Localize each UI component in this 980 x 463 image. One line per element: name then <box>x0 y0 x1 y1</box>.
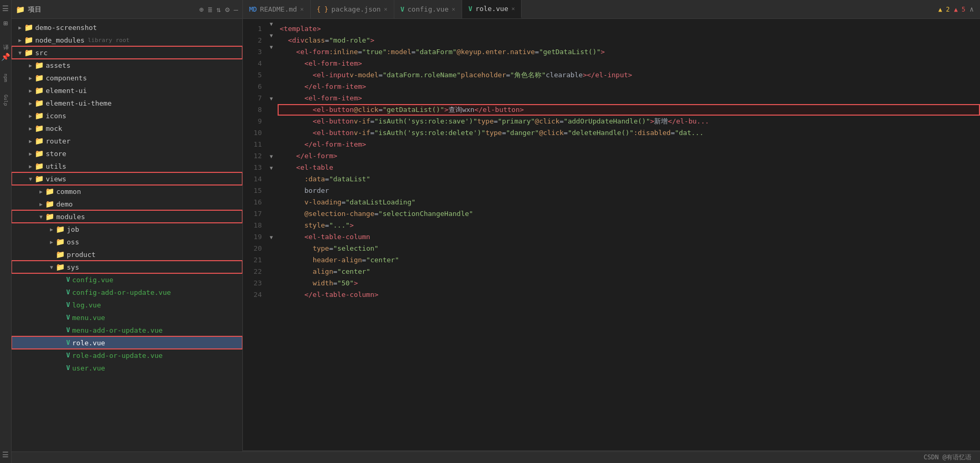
tree-label: role.vue <box>72 339 105 347</box>
tree-label: utils <box>46 162 66 170</box>
code-content[interactable]: <template> <div class="mod-role"> <el-fo… <box>278 19 980 450</box>
vue-icon: V <box>66 364 70 372</box>
tree-label: role-add-or-update.vue <box>72 352 162 359</box>
arrow-spacer <box>58 275 66 284</box>
file-tree-panel: 📁 项目 ⊕ ≣ ⇅ ⚙ — ▶ 📁 demo-screenshot ▶ 📁 n… <box>12 0 243 463</box>
tab-close-config[interactable]: ✕ <box>452 6 455 13</box>
folder-icon: 📁 <box>24 48 33 57</box>
tree-item-element-ui-theme[interactable]: ▶ 📁 element-ui-theme <box>12 97 242 109</box>
tree-label: demo-screenshot <box>35 24 97 32</box>
gutter-arrow-1[interactable]: ▼ <box>270 21 273 27</box>
tree-item-job[interactable]: ▶ 📁 job <box>12 223 242 235</box>
code-line-8: <el-button @click="getDataList()">查询wxn<… <box>278 104 980 116</box>
left-icon-pin[interactable]: 📌 <box>1 53 10 61</box>
line-numbers: 1 2 3 4 5 6 7 8 9 10 11 12 13 14 15 16 1… <box>243 19 268 450</box>
tab-close-readme[interactable]: ✕ <box>300 6 304 13</box>
folder-icon: 📁 <box>56 225 65 233</box>
tree-action-list[interactable]: ≣ <box>208 5 212 14</box>
tree-item-config-add-or-update-vue[interactable]: V config-add-or-update.vue <box>12 286 242 299</box>
status-bar: CSDN @有语忆语 <box>12 451 980 463</box>
left-icon-npm[interactable]: npm <box>3 74 8 82</box>
tree-item-role-add-or-update-vue[interactable]: V role-add-or-update.vue <box>12 349 242 362</box>
code-editor: 1 2 3 4 5 6 7 8 9 10 11 12 13 14 15 16 1… <box>243 19 980 450</box>
tree-label: mock <box>46 125 62 132</box>
tab-label: README.md <box>260 5 297 13</box>
gutter-arrow-3[interactable]: ▼ <box>270 44 273 50</box>
tree-item-store[interactable]: ▶ 📁 store <box>12 147 242 160</box>
tree-action-globe[interactable]: ⊕ <box>199 5 203 14</box>
arrow-spacer <box>58 326 66 334</box>
gutter-arrow-7[interactable]: ▼ <box>270 96 273 101</box>
gutter-arrow-2[interactable]: ▼ <box>270 33 273 38</box>
tree-item-components[interactable]: ▶ 📁 components <box>12 71 242 84</box>
tree-item-log-vue[interactable]: V log.vue <box>12 299 242 311</box>
tree-label: element-ui-theme <box>46 99 111 107</box>
vue-icon: V <box>66 339 70 346</box>
tree-item-oss[interactable]: ▶ 📁 oss <box>12 235 242 248</box>
arrow-icon: ▼ <box>16 48 24 57</box>
vue-icon: V <box>66 289 70 296</box>
arrow-icon: ▶ <box>26 99 35 107</box>
gutter-arrow-12[interactable]: ▼ <box>270 153 273 159</box>
tree-label: src <box>35 49 47 57</box>
tree-item-menu-vue[interactable]: V menu.vue <box>12 311 242 324</box>
left-icon-menu[interactable]: ☰ <box>2 4 9 13</box>
tree-item-utils[interactable]: ▶ 📁 utils <box>12 160 242 172</box>
code-gutter: ▼ ▼ ▼ ▼ ▼ ▼ ▼ <box>268 19 278 450</box>
tree-header-icon: 📁 <box>16 5 25 14</box>
tree-item-common[interactable]: ▶ 📁 common <box>12 185 242 198</box>
code-line-23: width="50"> <box>278 277 980 289</box>
tab-close-package[interactable]: ✕ <box>384 6 387 13</box>
arrow-icon: ▶ <box>37 200 45 208</box>
tree-item-node-modules[interactable]: ▶ 📁 node_modules library root <box>12 34 242 46</box>
tab-config-vue[interactable]: V config.vue ✕ <box>394 0 462 18</box>
tab-close-role[interactable]: ✕ <box>512 5 515 12</box>
left-icon-gulp[interactable]: Gulp <box>3 95 8 106</box>
tab-icon-md: MD <box>249 6 257 13</box>
tree-item-demo-screenshot[interactable]: ▶ 📁 demo-screenshot <box>12 21 242 34</box>
tree-label: demo <box>56 200 73 208</box>
tree-action-sort[interactable]: ⇅ <box>217 5 221 14</box>
tree-item-icons[interactable]: ▶ 📁 icons <box>12 109 242 122</box>
left-icon-structure[interactable]: ⊞ <box>3 19 7 27</box>
tree-item-product[interactable]: 📁 product <box>12 248 242 261</box>
tree-item-sys[interactable]: ▼ 📁 sys <box>12 261 242 273</box>
tree-item-router[interactable]: ▶ 📁 router <box>12 135 242 147</box>
tree-item-demo[interactable]: ▶ 📁 demo <box>12 198 242 210</box>
code-line-7: <el-form-item> <box>278 92 980 104</box>
tree-label: assets <box>46 61 70 69</box>
gutter-arrow-19[interactable]: ▼ <box>270 234 273 240</box>
arrow-icon: ▶ <box>47 238 56 246</box>
tree-item-role-vue[interactable]: V role.vue <box>12 336 242 349</box>
tree-item-user-vue[interactable]: V user.vue <box>12 362 242 374</box>
tree-label: store <box>46 150 66 158</box>
tree-item-menu-add-or-update-vue[interactable]: V menu-add-or-update.vue <box>12 324 242 336</box>
tree-label: common <box>56 188 81 196</box>
tree-label: modules <box>56 213 85 221</box>
code-line-22: align="center" <box>278 266 980 277</box>
tree-item-mock[interactable]: ▶ 📁 mock <box>12 122 242 135</box>
tree-label: node_modules <box>35 36 85 44</box>
tree-item-config-vue[interactable]: V config.vue <box>12 273 242 286</box>
tree-item-views[interactable]: ▼ 📁 views <box>12 172 242 185</box>
warning-badge: ▲ 2 <box>938 6 950 13</box>
tab-readme[interactable]: MD README.md ✕ <box>243 0 311 18</box>
left-icon-bottom[interactable]: ☰ <box>2 450 9 459</box>
arrow-icon: ▼ <box>47 263 56 271</box>
tab-role-vue[interactable]: V role.vue ✕ <box>462 0 522 18</box>
tree-label: user.vue <box>72 364 105 372</box>
tab-package-json[interactable]: { } package.json ✕ <box>311 0 394 18</box>
tree-action-settings[interactable]: ⚙ <box>225 5 229 14</box>
tree-item-src[interactable]: ▼ 📁 src <box>12 46 242 59</box>
tree-label: menu-add-or-update.vue <box>72 326 162 334</box>
code-line-16: v-loading="dataListLoading" <box>278 197 980 208</box>
folder-icon: 📁 <box>35 149 44 158</box>
tree-item-element-ui[interactable]: ▶ 📁 element-ui <box>12 84 242 97</box>
tree-action-minimize[interactable]: — <box>234 5 238 14</box>
arrow-icon: ▶ <box>26 137 35 145</box>
tree-item-modules[interactable]: ▼ 📁 modules <box>12 210 242 223</box>
arrow-spacer <box>58 364 66 372</box>
collapse-icon[interactable]: ∧ <box>969 5 974 13</box>
gutter-arrow-13[interactable]: ▼ <box>270 165 273 171</box>
tree-item-assets[interactable]: ▶ 📁 assets <box>12 59 242 71</box>
